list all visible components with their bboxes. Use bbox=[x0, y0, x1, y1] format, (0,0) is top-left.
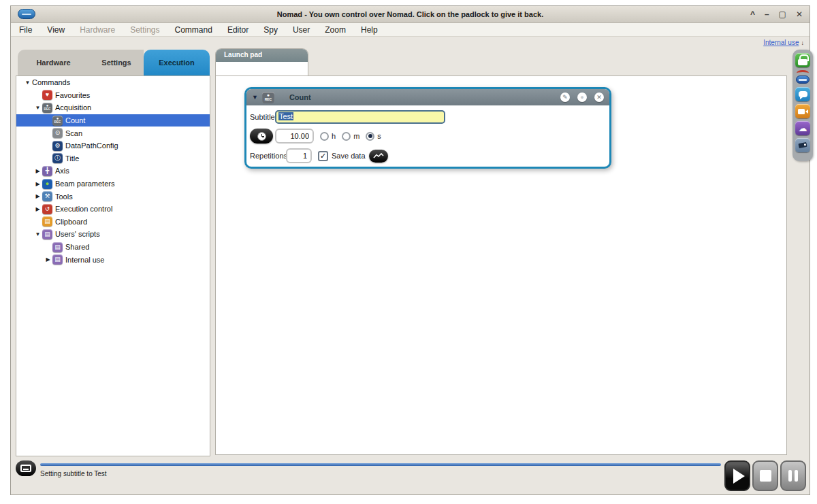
tree-item-label: Clipboard bbox=[55, 218, 87, 226]
tree-item-count[interactable]: ●RECCount bbox=[16, 114, 210, 127]
expander-closed-icon[interactable]: ▶ bbox=[33, 168, 42, 174]
time-unit-radio-s[interactable] bbox=[366, 132, 374, 141]
cloud-icon[interactable]: ☁ bbox=[795, 121, 810, 135]
padlock-icon[interactable] bbox=[795, 53, 810, 67]
command-tree: ▼Commands♥Favourites▼●RECAcquisition●REC… bbox=[16, 75, 210, 456]
chat-icon[interactable] bbox=[795, 87, 810, 101]
tree-item-tools[interactable]: ▶⚒Tools bbox=[16, 190, 210, 203]
subtitle-label: Subtitle bbox=[250, 113, 275, 121]
user-link-wrap: Internal use ↓ bbox=[763, 39, 804, 46]
count-box-body: Subtitle Test hms Repetitions ✓ Save dat… bbox=[246, 105, 609, 163]
time-unit-label-m: m bbox=[353, 132, 359, 140]
axis-icon: ╋ bbox=[42, 166, 52, 176]
tab-execution[interactable]: Execution bbox=[144, 50, 210, 75]
repetitions-input[interactable] bbox=[286, 148, 312, 163]
time-unit-radio-h[interactable] bbox=[320, 132, 329, 141]
time-unit-radio-m[interactable] bbox=[342, 132, 351, 141]
tree-item-label: Shared bbox=[65, 243, 89, 251]
tree-item-title[interactable]: ⓘTitle bbox=[16, 152, 210, 165]
scan-icon: ⊙ bbox=[52, 128, 63, 138]
expander-closed-icon[interactable]: ▶ bbox=[33, 181, 42, 187]
count-time-input[interactable] bbox=[275, 129, 314, 144]
menu-editor[interactable]: Editor bbox=[227, 25, 249, 35]
shade-button[interactable]: ^ bbox=[750, 6, 755, 23]
tree-item-datapathconfig[interactable]: ⚙DataPathConfig bbox=[16, 139, 210, 152]
tree-item-label: Beam parameters bbox=[55, 180, 114, 188]
minimize-button[interactable]: – bbox=[765, 6, 769, 23]
internal-use-link[interactable]: Internal use bbox=[763, 39, 799, 46]
subtitle-input[interactable]: Test bbox=[275, 110, 445, 124]
tree-item-label: Acquisition bbox=[55, 103, 91, 112]
tree-item-users-scripts[interactable]: ▼▤Users' scripts bbox=[16, 228, 210, 241]
scripts-icon: ▤ bbox=[52, 242, 63, 252]
menu-command[interactable]: Command bbox=[175, 25, 212, 35]
tree-item-label: Tools bbox=[55, 192, 73, 201]
time-unit-label-s: s bbox=[377, 132, 381, 140]
expander-closed-icon[interactable]: ▶ bbox=[33, 193, 42, 199]
tree-item-internal-use[interactable]: ▶▤Internal use bbox=[16, 253, 210, 266]
nomad-logo-icon bbox=[18, 9, 35, 19]
expander-open-icon[interactable]: ▼ bbox=[33, 105, 42, 111]
progress-line bbox=[40, 463, 721, 466]
pause-button[interactable] bbox=[780, 460, 806, 491]
collapse-arrow-icon[interactable]: ▼ bbox=[252, 94, 258, 101]
launchpad-tab[interactable]: Launch pad bbox=[215, 48, 308, 75]
menu-spy[interactable]: Spy bbox=[263, 25, 278, 35]
tree-item-acquisition[interactable]: ▼●RECAcquisition bbox=[16, 101, 210, 114]
tree-item-axis[interactable]: ▶╋Axis bbox=[16, 165, 210, 178]
pencil-icon[interactable]: ✎ bbox=[560, 93, 570, 102]
nomad-remote-icon[interactable] bbox=[795, 70, 810, 84]
tree-item-favourites[interactable]: ♥Favourites bbox=[16, 89, 210, 102]
repetitions-label: Repetitions bbox=[250, 152, 286, 160]
count-box-header[interactable]: ▼ ●REC Count ✎ ● ✕ bbox=[246, 89, 609, 105]
stop-button[interactable] bbox=[752, 460, 778, 491]
tree-item-label: Commands bbox=[32, 78, 70, 86]
clipboard-icon: ▤ bbox=[42, 216, 52, 226]
expander-open-icon[interactable]: ▼ bbox=[33, 231, 42, 237]
pause-command-icon[interactable]: ● bbox=[577, 93, 587, 102]
plot-button[interactable] bbox=[369, 150, 388, 163]
play-icon bbox=[733, 469, 745, 484]
play-button[interactable] bbox=[724, 460, 750, 491]
title-bar: Nomad - You own control over Nomad. Clic… bbox=[11, 6, 810, 23]
save-data-label: Save data bbox=[332, 152, 366, 160]
exec-control-icon: ↺ bbox=[42, 204, 52, 214]
tree-item-execution-control[interactable]: ▶↺Execution control bbox=[16, 203, 210, 216]
time-unit-radios: hms bbox=[320, 132, 385, 141]
tree-item-label: Favourites bbox=[55, 91, 90, 99]
expander-open-icon[interactable]: ▼ bbox=[23, 80, 32, 86]
save-data-checkbox[interactable]: ✓ bbox=[318, 151, 328, 161]
menu-view[interactable]: View bbox=[47, 25, 65, 35]
tree-item-label: Internal use bbox=[65, 256, 104, 264]
tab-settings[interactable]: Settings bbox=[89, 50, 144, 75]
status-message: Setting subtitle to Test bbox=[40, 470, 107, 477]
menu-zoom[interactable]: Zoom bbox=[325, 25, 346, 35]
tree-item-beam-parameters[interactable]: ▶●Beam parameters bbox=[16, 178, 210, 190]
tab-hardware[interactable]: Hardware bbox=[18, 50, 89, 75]
expander-closed-icon[interactable]: ▶ bbox=[44, 256, 52, 263]
tree-item-commands[interactable]: ▼Commands bbox=[16, 76, 210, 89]
nomad-window: Nomad - You own control over Nomad. Clic… bbox=[10, 5, 810, 495]
tree-item-label: Title bbox=[65, 154, 79, 163]
info-icon: ⓘ bbox=[52, 153, 63, 163]
video-camera-icon[interactable] bbox=[795, 104, 810, 118]
side-dock: ☁ bbox=[792, 50, 813, 161]
tree-item-shared[interactable]: ▤Shared bbox=[16, 241, 210, 254]
menu-user[interactable]: User bbox=[293, 25, 310, 35]
chart-line-icon bbox=[373, 152, 384, 159]
rec-icon: ●REC bbox=[42, 103, 52, 113]
close-command-icon[interactable]: ✕ bbox=[594, 93, 604, 102]
close-button[interactable]: ✕ bbox=[796, 6, 803, 23]
tree-item-clipboard[interactable]: ▤Clipboard bbox=[16, 216, 210, 229]
spy-camera-icon[interactable] bbox=[795, 138, 810, 152]
menu-help[interactable]: Help bbox=[361, 25, 378, 35]
count-box-title: Count bbox=[289, 93, 553, 101]
transport-controls bbox=[724, 460, 806, 491]
expander-closed-icon[interactable]: ▶ bbox=[33, 206, 42, 212]
pause-icon bbox=[788, 470, 792, 482]
console-icon[interactable] bbox=[16, 460, 36, 476]
maximize-button[interactable]: ▢ bbox=[779, 6, 786, 23]
tree-item-scan[interactable]: ⊙Scan bbox=[16, 127, 210, 139]
menu-file[interactable]: File bbox=[19, 25, 32, 35]
timer-button[interactable] bbox=[250, 129, 273, 144]
